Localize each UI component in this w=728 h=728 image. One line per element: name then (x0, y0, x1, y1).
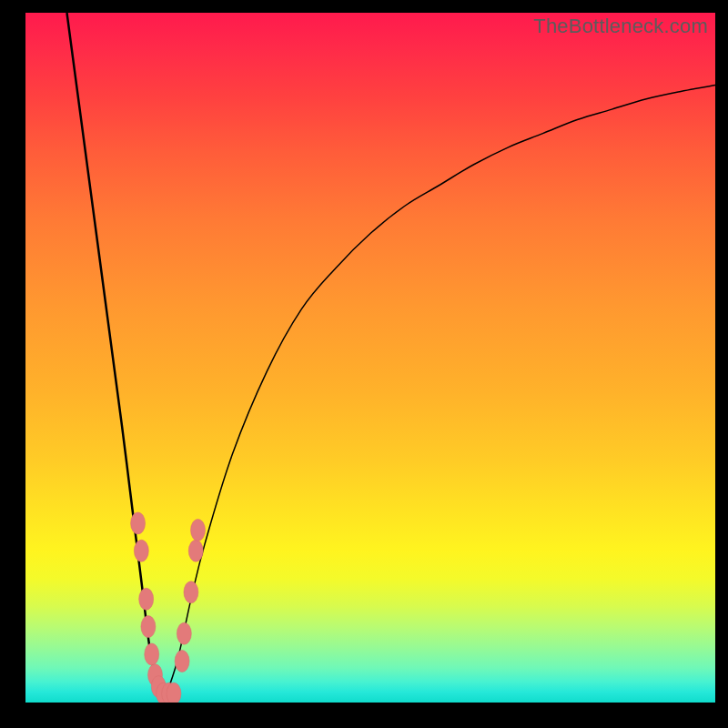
curves-layer (25, 13, 715, 703)
data-marker (167, 682, 181, 703)
data-marker (131, 512, 146, 534)
data-marker (134, 540, 148, 561)
data-marker (175, 651, 189, 672)
data-marker (184, 581, 198, 603)
chart-frame: TheBottleneck.com (0, 0, 728, 728)
curve-right-branch (164, 86, 715, 703)
data-marker (145, 643, 159, 665)
watermark-text: TheBottleneck.com (533, 15, 708, 38)
data-marker (139, 588, 154, 610)
data-marker (188, 540, 203, 561)
data-marker (141, 616, 156, 638)
data-marker (177, 622, 191, 644)
data-marker (191, 520, 206, 541)
plot-area: TheBottleneck.com (25, 13, 715, 703)
